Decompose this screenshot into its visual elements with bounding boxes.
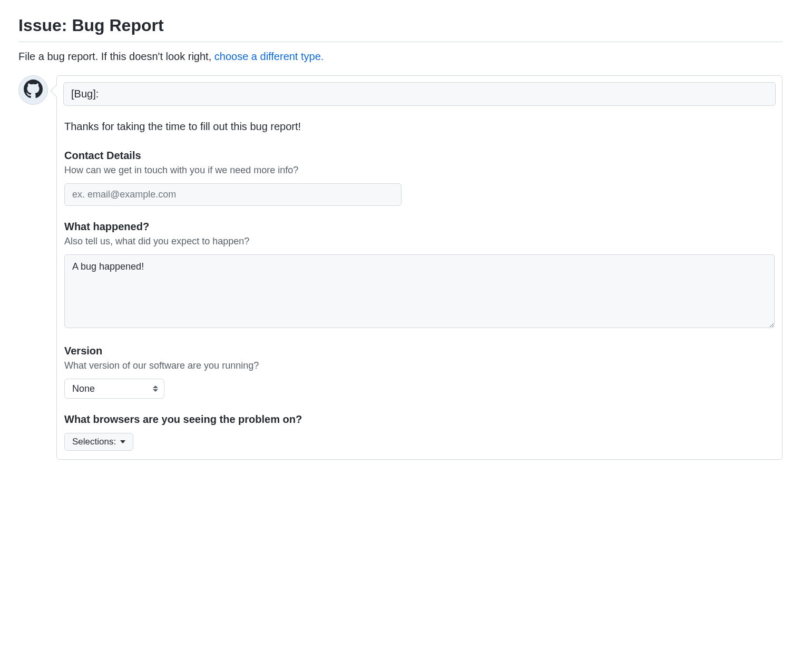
subtitle-text: File a bug report. If this doesn't look … (18, 51, 214, 62)
page-subtitle: File a bug report. If this doesn't look … (18, 51, 783, 63)
issue-form: Thanks for taking the time to fill out t… (56, 75, 783, 460)
selections-label: Selections: (72, 437, 116, 447)
page-title: Issue: Bug Report (18, 16, 783, 42)
octocat-icon (24, 80, 43, 101)
what-happened-section: What happened? Also tell us, what did yo… (63, 221, 776, 330)
user-avatar[interactable] (18, 75, 48, 105)
form-intro-text: Thanks for taking the time to fill out t… (63, 121, 776, 133)
chevron-down-icon (120, 440, 125, 443)
contact-heading: Contact Details (64, 150, 775, 162)
what-happened-heading: What happened? (64, 221, 775, 233)
browsers-section: What browsers are you seeing the problem… (63, 413, 776, 451)
version-description: What version of our software are you run… (64, 360, 775, 371)
browsers-heading: What browsers are you seeing the problem… (64, 413, 775, 426)
version-select[interactable]: None (64, 379, 164, 399)
issue-title-input[interactable] (63, 82, 776, 106)
choose-different-type-link[interactable]: choose a different type. (214, 51, 324, 62)
contact-email-input[interactable] (64, 183, 402, 206)
contact-details-section: Contact Details How can we get in touch … (63, 150, 776, 206)
version-section: Version What version of our software are… (63, 345, 776, 399)
browsers-selections-button[interactable]: Selections: (64, 433, 133, 451)
version-heading: Version (64, 345, 775, 357)
contact-description: How can we get in touch with you if we n… (64, 165, 775, 176)
what-happened-description: Also tell us, what did you expect to hap… (64, 236, 775, 247)
what-happened-textarea[interactable] (64, 254, 775, 328)
